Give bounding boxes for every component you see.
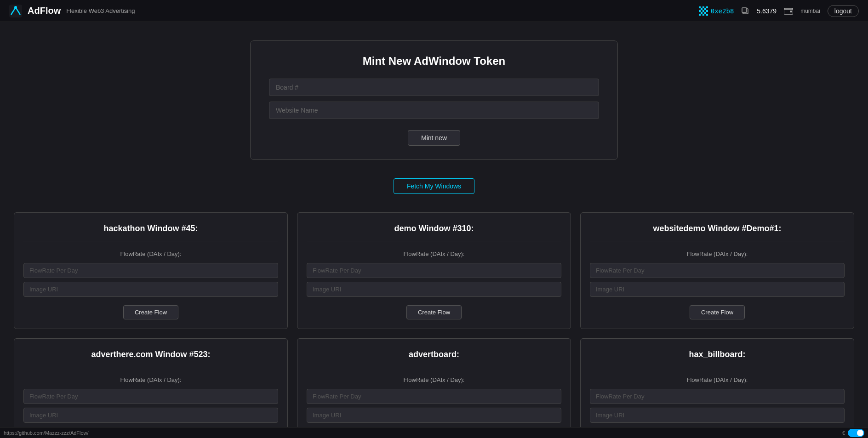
svg-rect-2 — [699, 6, 701, 8]
svg-rect-14 — [702, 10, 704, 12]
flow-rate-label-2: FlowRate (DAIx / Day): — [590, 250, 845, 257]
balance-info: 5.6379 — [757, 7, 777, 15]
svg-rect-15 — [704, 10, 706, 12]
create-flow-button-2[interactable]: Create Flow — [690, 305, 745, 319]
app-title: AdFlow — [28, 6, 61, 16]
flow-rate-label-0: FlowRate (DAIx / Day): — [23, 250, 278, 257]
create-flow-button-0[interactable]: Create Flow — [123, 305, 178, 319]
svg-rect-30 — [790, 11, 792, 12]
image-uri-input-1[interactable] — [307, 282, 561, 297]
svg-rect-9 — [702, 8, 704, 10]
flow-rate-label-5: FlowRate (DAIx / Day): — [590, 376, 845, 383]
wallet-icon — [784, 7, 793, 15]
svg-rect-6 — [706, 6, 708, 8]
create-flow-button-1[interactable]: Create Flow — [406, 305, 462, 319]
window-title-1: demo Window #310: — [307, 224, 561, 241]
windows-grid: hackathon Window #45: FlowRate (DAIx / D… — [9, 212, 859, 438]
fetch-windows-button[interactable]: Fetch My Windows — [394, 178, 474, 194]
svg-rect-12 — [699, 10, 701, 12]
copy-icon[interactable] — [741, 7, 749, 15]
flow-rate-input-5[interactable] — [590, 389, 845, 404]
header-left: AdFlow Flexible Web3 Advertising — [9, 5, 135, 17]
svg-rect-4 — [702, 6, 704, 8]
flow-rate-input-1[interactable] — [307, 263, 561, 278]
svg-rect-3 — [701, 6, 702, 8]
window-card-4: advertboard: FlowRate (DAIx / Day): Crea… — [297, 338, 571, 438]
svg-rect-16 — [706, 10, 708, 12]
mint-card-title: Mint New AdWindow Token — [269, 55, 599, 68]
window-title-2: websitedemo Window #Demo#1: — [590, 224, 845, 241]
window-card-5: hax_billboard: FlowRate (DAIx / Day): Cr… — [580, 338, 854, 438]
svg-rect-28 — [742, 8, 747, 12]
svg-rect-18 — [701, 12, 702, 14]
svg-rect-21 — [706, 12, 708, 14]
svg-point-1 — [14, 6, 17, 9]
adflow-logo-icon — [9, 5, 22, 17]
svg-rect-7 — [699, 8, 701, 10]
status-url: https://github.com/Mazzz-zzz/AdFlow/ — [4, 430, 89, 436]
mint-new-button[interactable]: Mint new — [408, 130, 460, 146]
flow-rate-input-2[interactable] — [590, 263, 845, 278]
balance-amount: 5.6379 — [757, 7, 777, 15]
svg-rect-11 — [706, 8, 708, 10]
svg-rect-23 — [701, 14, 702, 16]
main-content: Mint New AdWindow Token Mint new Fetch M… — [0, 22, 868, 438]
image-uri-input-4[interactable] — [307, 408, 561, 423]
svg-rect-17 — [699, 12, 701, 14]
flow-rate-input-4[interactable] — [307, 389, 561, 404]
svg-rect-5 — [704, 6, 706, 8]
mint-card: Mint New AdWindow Token Mint new — [250, 40, 618, 160]
window-title-3: adverthere.com Window #523: — [23, 350, 278, 367]
window-title-5: hax_billboard: — [590, 350, 845, 367]
wallet-address-text: 0xe2b8 — [711, 7, 734, 15]
status-toggle[interactable]: € — [842, 429, 864, 437]
metamask-icon — [699, 6, 708, 16]
svg-rect-26 — [706, 14, 708, 16]
image-uri-input-2[interactable] — [590, 282, 845, 297]
svg-rect-20 — [704, 12, 706, 14]
toggle-switch[interactable] — [848, 429, 864, 437]
flow-rate-input-0[interactable] — [23, 263, 278, 278]
board-number-input[interactable] — [269, 79, 599, 96]
header: AdFlow Flexible Web3 Advertising — [0, 0, 868, 22]
image-uri-input-3[interactable] — [23, 408, 278, 423]
coin-symbol: € — [842, 430, 845, 436]
status-bar: https://github.com/Mazzz-zzz/AdFlow/ € — [0, 427, 868, 438]
network-label: mumbai — [800, 8, 820, 14]
website-name-input[interactable] — [269, 102, 599, 119]
window-card-3: adverthere.com Window #523: FlowRate (DA… — [14, 338, 288, 438]
svg-rect-10 — [704, 8, 706, 10]
window-card-2: websitedemo Window #Demo#1: FlowRate (DA… — [580, 212, 854, 329]
flow-rate-label-1: FlowRate (DAIx / Day): — [307, 250, 561, 257]
image-uri-input-0[interactable] — [23, 282, 278, 297]
svg-rect-22 — [699, 14, 701, 16]
image-uri-input-5[interactable] — [590, 408, 845, 423]
svg-rect-19 — [702, 12, 704, 14]
window-title-0: hackathon Window #45: — [23, 224, 278, 241]
window-card-0: hackathon Window #45: FlowRate (DAIx / D… — [14, 212, 288, 329]
app-subtitle: Flexible Web3 Advertising — [66, 7, 135, 14]
svg-rect-8 — [701, 8, 702, 10]
svg-rect-24 — [702, 14, 704, 16]
fetch-section: Fetch My Windows — [9, 178, 859, 194]
flow-rate-input-3[interactable] — [23, 389, 278, 404]
svg-rect-25 — [704, 14, 706, 16]
svg-rect-13 — [701, 10, 702, 12]
logout-button[interactable]: logout — [828, 5, 859, 17]
wallet-info: 0xe2b8 — [699, 6, 734, 16]
flow-rate-label-4: FlowRate (DAIx / Day): — [307, 376, 561, 383]
header-right: 0xe2b8 5.6379 mumbai logout — [699, 5, 859, 17]
flow-rate-label-3: FlowRate (DAIx / Day): — [23, 376, 278, 383]
window-card-1: demo Window #310: FlowRate (DAIx / Day):… — [297, 212, 571, 329]
window-title-4: advertboard: — [307, 350, 561, 367]
